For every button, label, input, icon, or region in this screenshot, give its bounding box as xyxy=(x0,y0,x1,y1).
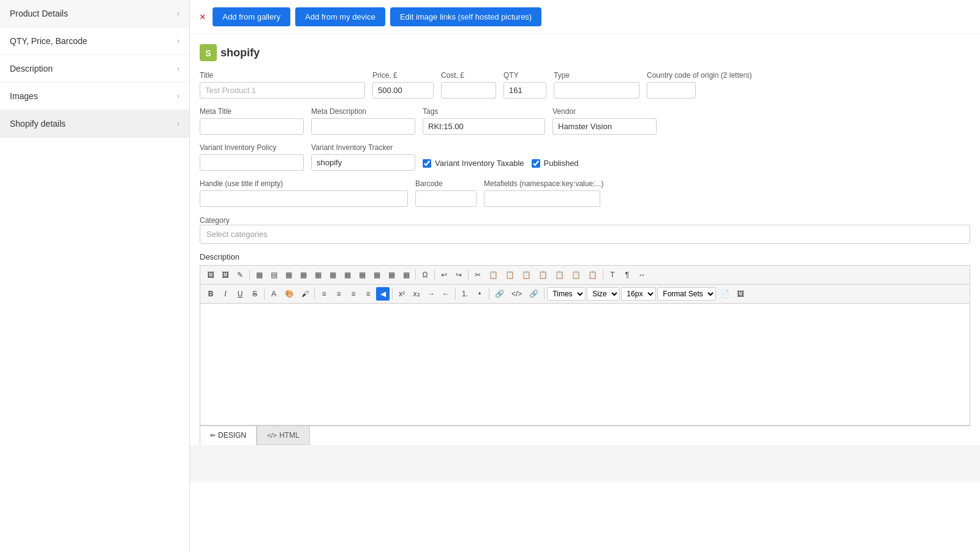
toolbar-paste5-btn[interactable]: 📋 xyxy=(568,268,584,282)
tab-design[interactable]: ✏ DESIGN xyxy=(200,426,257,445)
toolbar-italic-btn[interactable]: I xyxy=(219,287,232,301)
metafields-input[interactable] xyxy=(484,190,600,207)
add-from-device-button[interactable]: Add from my device xyxy=(295,7,385,26)
font-family-select[interactable]: Times xyxy=(547,287,586,301)
published-checkbox[interactable] xyxy=(532,159,540,168)
country-input[interactable] xyxy=(647,82,696,99)
toolbar-table3-btn[interactable]: ▦ xyxy=(282,268,295,282)
toolbar-subscript-btn[interactable]: x₂ xyxy=(410,287,423,301)
font-size-select[interactable]: 16px xyxy=(621,287,656,301)
vendor-input[interactable] xyxy=(552,118,657,135)
toolbar-rtl-btn[interactable]: ◀ xyxy=(376,287,390,301)
toolbar-paint-btn[interactable]: 🖌 xyxy=(298,287,312,301)
handle-group: Handle (use title if empty) xyxy=(200,179,408,207)
editor-content-area[interactable] xyxy=(200,303,970,425)
toolbar-paste4-btn[interactable]: 📋 xyxy=(552,268,567,282)
inv-taxable-checkbox[interactable] xyxy=(423,159,431,168)
toolbar-copy-btn[interactable]: 📋 xyxy=(486,268,501,282)
type-input[interactable] xyxy=(554,82,639,99)
toolbar-ol-btn[interactable]: 1. xyxy=(458,287,472,301)
toolbar-table-btn[interactable]: ▦ xyxy=(252,268,266,282)
toolbar-image2-btn[interactable]: 🖼 xyxy=(219,268,232,282)
toolbar-pencil-btn[interactable]: ✎ xyxy=(233,268,247,282)
toolbar-bold-btn[interactable]: B xyxy=(204,287,217,301)
toolbar-link-btn[interactable]: 🔗 xyxy=(492,287,507,301)
barcode-input[interactable] xyxy=(415,190,477,207)
handle-input[interactable] xyxy=(200,190,408,207)
toolbar-table5-btn[interactable]: ▦ xyxy=(311,268,325,282)
title-input[interactable] xyxy=(200,82,365,99)
toolbar-align-right-btn[interactable]: ≡ xyxy=(347,287,360,301)
sidebar-item-product-details[interactable]: Product Details › xyxy=(0,0,189,28)
tab-html[interactable]: </> HTML xyxy=(257,426,310,445)
inv-tracker-input[interactable] xyxy=(311,154,415,171)
toolbar-text-btn[interactable]: T xyxy=(606,268,619,282)
toolbar-extra2-btn[interactable]: 🖼 xyxy=(734,287,747,301)
editor-tabs: ✏ DESIGN </> HTML xyxy=(200,425,970,445)
meta-desc-input[interactable] xyxy=(311,118,415,135)
toolbar-cut-btn[interactable]: ✂ xyxy=(471,268,484,282)
sidebar-item-shopify-details[interactable]: Shopify details › xyxy=(0,110,189,138)
toolbar-table11-btn[interactable]: ▦ xyxy=(399,268,413,282)
toolbar-table8-btn[interactable]: ▦ xyxy=(355,268,369,282)
title-label: Title xyxy=(200,71,365,80)
meta-desc-label: Meta Description xyxy=(311,107,415,116)
sidebar-item-images[interactable]: Images › xyxy=(0,83,189,110)
add-from-gallery-button[interactable]: Add from gallery xyxy=(213,7,290,26)
qty-label: QTY xyxy=(503,71,546,80)
inv-policy-input[interactable] xyxy=(200,154,304,171)
toolbar-font-color-btn[interactable]: A xyxy=(267,287,281,301)
toolbar-outdent-btn[interactable]: ← xyxy=(439,287,453,301)
toolbar-undo-btn[interactable]: ↩ xyxy=(437,268,451,282)
toolbar-table7-btn[interactable]: ▦ xyxy=(341,268,354,282)
type-label: Type xyxy=(554,71,639,80)
meta-title-input[interactable] xyxy=(200,118,304,135)
sidebar-item-description[interactable]: Description › xyxy=(0,55,189,83)
toolbar-redo-btn[interactable]: ↪ xyxy=(452,268,466,282)
toolbar-align-center-btn[interactable]: ≡ xyxy=(332,287,345,301)
edit-image-links-button[interactable]: Edit image links (self hosted pictures) xyxy=(390,7,541,26)
toolbar-paste3-btn[interactable]: 📋 xyxy=(535,268,551,282)
toolbar-extra-btn[interactable]: 📄 xyxy=(717,287,733,301)
toolbar-table9-btn[interactable]: ▦ xyxy=(370,268,383,282)
qty-input[interactable] xyxy=(503,82,546,99)
toolbar-table4-btn[interactable]: ▦ xyxy=(296,268,310,282)
vendor-label: Vendor xyxy=(552,107,657,116)
inv-tracker-group: Variant Inventory Tracker xyxy=(311,143,415,171)
category-select[interactable]: Select categories xyxy=(200,225,970,244)
font-size-label-select[interactable]: Size xyxy=(587,287,620,301)
toolbar-sep-5 xyxy=(603,269,603,280)
format-sets-select[interactable]: Format Sets xyxy=(657,287,716,301)
toolbar-strikethrough-btn[interactable]: S xyxy=(248,287,262,301)
tags-input[interactable] xyxy=(423,118,545,135)
cost-input[interactable] xyxy=(441,82,496,99)
toolbar-paste6-btn[interactable]: 📋 xyxy=(585,268,600,282)
toolbar-ul-btn[interactable]: • xyxy=(473,287,486,301)
toolbar-code-btn[interactable]: </> xyxy=(508,287,525,301)
toolbar-omega-btn[interactable]: Ω xyxy=(418,268,432,282)
toolbar-table6-btn[interactable]: ▦ xyxy=(326,268,339,282)
toolbar-table2-btn[interactable]: ▤ xyxy=(267,268,281,282)
toolbar-underline-btn[interactable]: U xyxy=(233,287,247,301)
toolbar-image-btn[interactable]: 🖼 xyxy=(204,268,217,282)
design-tab-label: DESIGN xyxy=(218,431,246,440)
toolbar-highlight-btn[interactable]: 🎨 xyxy=(282,287,297,301)
chevron-right-icon: › xyxy=(177,92,179,100)
editor-toolbar-row1: 🖼 🖼 ✎ ▦ ▤ ▦ ▦ ▦ ▦ ▦ ▦ ▦ ▦ ▦ Ω xyxy=(200,265,970,284)
toolbar-arrows-btn[interactable]: ↔ xyxy=(635,268,649,282)
html-tab-icon: </> xyxy=(267,432,277,439)
toolbar-align-justify-btn[interactable]: ≡ xyxy=(361,287,375,301)
toolbar-para-btn[interactable]: ¶ xyxy=(620,268,634,282)
html-tab-label: HTML xyxy=(279,431,300,440)
toolbar-indent-btn[interactable]: → xyxy=(424,287,438,301)
close-icon[interactable]: × xyxy=(200,12,205,23)
price-input[interactable] xyxy=(372,82,434,99)
toolbar-paste2-btn[interactable]: 📋 xyxy=(519,268,534,282)
form-row-1: Title Price, £ Cost, £ QTY Type Country … xyxy=(200,71,970,99)
toolbar-link2-btn[interactable]: 🔗 xyxy=(526,287,541,301)
toolbar-superscript-btn[interactable]: x² xyxy=(395,287,409,301)
sidebar-item-qty-price-barcode[interactable]: QTY, Price, Barcode › xyxy=(0,28,189,55)
toolbar-table10-btn[interactable]: ▦ xyxy=(385,268,398,282)
toolbar-align-left-btn[interactable]: ≡ xyxy=(317,287,331,301)
toolbar-paste-btn[interactable]: 📋 xyxy=(502,268,518,282)
